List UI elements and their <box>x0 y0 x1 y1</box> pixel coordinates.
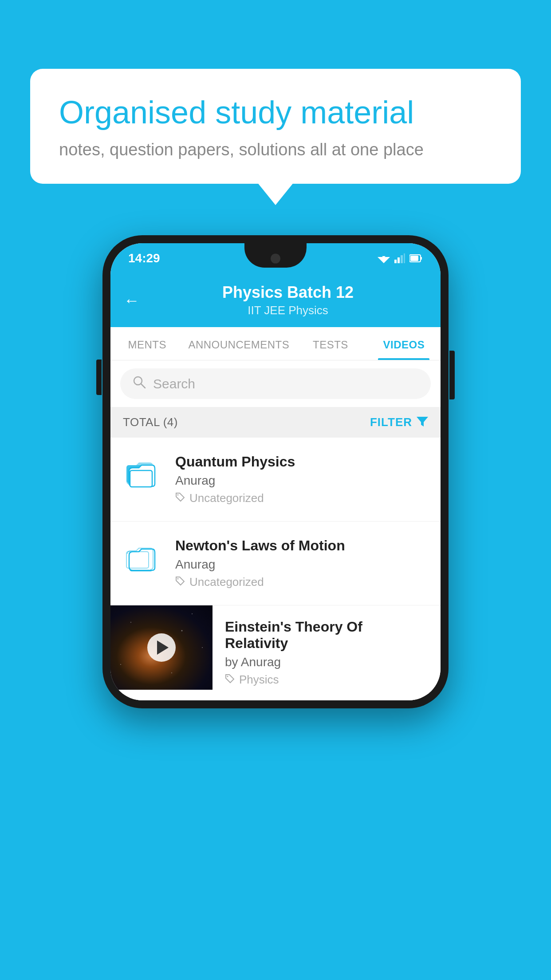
header-subtitle: IIT JEE Physics <box>149 304 427 317</box>
list-item[interactable]: Einstein's Theory Of Relativity by Anura… <box>110 605 441 700</box>
speech-bubble-container: Organised study material notes, question… <box>30 69 521 184</box>
svg-point-20 <box>227 676 228 677</box>
svg-line-11 <box>141 384 145 388</box>
phone-screen: 14:29 <box>110 243 441 700</box>
notch <box>244 243 307 268</box>
video-info: Einstein's Theory Of Relativity by Anura… <box>213 605 441 700</box>
camera-dot <box>271 253 280 263</box>
video-tag: Physics <box>225 673 428 687</box>
filter-icon <box>417 415 428 430</box>
tag-label: Uncategorized <box>189 491 264 505</box>
svg-rect-4 <box>398 257 400 263</box>
list-item[interactable]: Newton's Laws of Motion Anurag Uncategor… <box>110 522 441 605</box>
svg-marker-12 <box>417 417 428 427</box>
search-container: Search <box>110 360 441 407</box>
tag-label: Physics <box>239 673 279 687</box>
svg-point-19 <box>177 578 179 580</box>
list-item[interactable]: Quantum Physics Anurag Uncategorized <box>110 438 441 522</box>
status-time: 14:29 <box>128 251 160 265</box>
play-button[interactable] <box>147 633 176 662</box>
back-button[interactable]: ← <box>124 291 140 310</box>
tag-icon <box>175 575 185 589</box>
tab-announcements[interactable]: ANNOUNCEMENTS <box>184 327 294 360</box>
video-title: Newton's Laws of Motion <box>175 537 428 554</box>
tag-icon <box>225 673 235 687</box>
search-input-placeholder: Search <box>153 376 195 391</box>
video-author: Anurag <box>175 474 428 488</box>
video-title: Quantum Physics <box>175 454 428 470</box>
filter-button[interactable]: FILTER <box>370 415 428 430</box>
search-icon <box>133 375 146 392</box>
svg-rect-9 <box>410 256 418 261</box>
play-icon <box>157 640 169 655</box>
video-info: Newton's Laws of Motion Anurag Uncategor… <box>175 537 428 589</box>
bubble-title: Organised study material <box>59 93 492 131</box>
app-header: ← Physics Batch 12 IIT JEE Physics <box>110 273 441 327</box>
svg-rect-3 <box>394 260 397 263</box>
svg-rect-8 <box>421 257 422 260</box>
svg-point-16 <box>177 494 179 496</box>
status-icons <box>378 253 423 263</box>
search-bar[interactable]: Search <box>120 368 431 399</box>
video-tag: Uncategorized <box>175 491 428 505</box>
filter-bar: TOTAL (4) FILTER <box>110 407 441 438</box>
svg-rect-6 <box>404 253 405 263</box>
tab-ments[interactable]: MENTS <box>110 327 184 360</box>
video-tag: Uncategorized <box>175 575 428 589</box>
bubble-subtitle: notes, question papers, solutions all at… <box>59 140 492 159</box>
svg-rect-5 <box>401 255 403 263</box>
svg-rect-15 <box>130 470 152 487</box>
header-title: Physics Batch 12 <box>149 283 427 302</box>
battery-icon <box>409 254 423 263</box>
video-info: Quantum Physics Anurag Uncategorized <box>175 454 428 505</box>
tab-tests[interactable]: TESTS <box>294 327 367 360</box>
video-thumbnail <box>110 605 213 690</box>
video-list: Quantum Physics Anurag Uncategorized <box>110 438 441 700</box>
total-label: TOTAL (4) <box>123 415 178 429</box>
wifi-icon <box>378 253 390 263</box>
video-folder-icon <box>123 455 163 493</box>
tag-icon <box>175 491 185 505</box>
video-folder-icon <box>123 539 163 577</box>
phone-wrapper: 14:29 <box>102 235 449 708</box>
filter-label: FILTER <box>370 415 412 429</box>
tab-bar: MENTS ANNOUNCEMENTS TESTS VIDEOS <box>110 327 441 360</box>
signal-icon <box>394 253 405 263</box>
video-author: by Anurag <box>225 655 428 669</box>
video-title: Einstein's Theory Of Relativity <box>225 619 428 652</box>
speech-bubble: Organised study material notes, question… <box>30 69 521 184</box>
header-title-block: Physics Batch 12 IIT JEE Physics <box>149 283 427 317</box>
tab-videos[interactable]: VIDEOS <box>367 327 441 360</box>
status-bar: 14:29 <box>110 243 441 273</box>
tag-label: Uncategorized <box>189 575 264 589</box>
phone-outer: 14:29 <box>102 235 449 708</box>
video-author: Anurag <box>175 557 428 572</box>
